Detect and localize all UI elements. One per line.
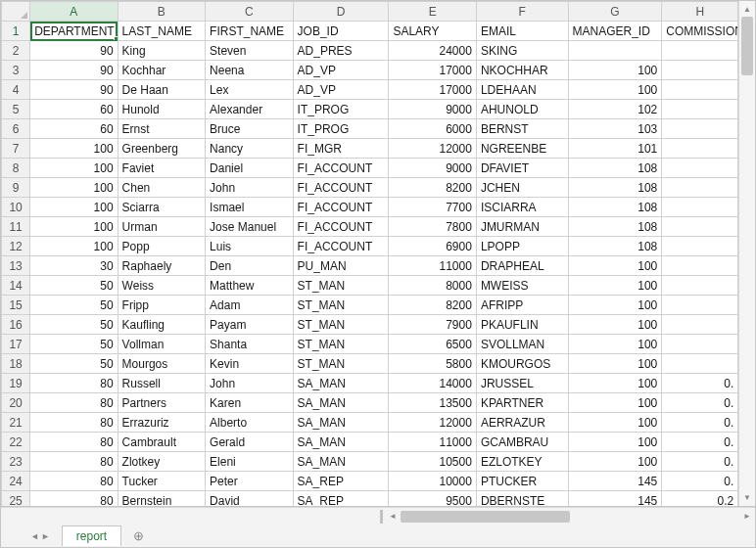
cell[interactable]: AD_PRES (293, 41, 389, 61)
cell[interactable]: Bernstein (118, 491, 205, 507)
cells-grid[interactable]: A B C D E F G H 1DEPARTMENT_IDLAST_NAMEF… (1, 1, 755, 507)
cell[interactable] (662, 296, 738, 315)
cell[interactable]: 0.2 (662, 491, 738, 507)
cell[interactable]: Payam (206, 315, 293, 335)
cell[interactable]: 90 (30, 61, 118, 80)
scroll-down-icon[interactable]: ▼ (739, 490, 755, 506)
row-header[interactable]: 5 (2, 100, 30, 119)
cell[interactable]: FI_ACCOUNT (293, 217, 389, 237)
cell[interactable]: SA_REP (293, 491, 389, 507)
cell[interactable] (662, 354, 738, 374)
cell[interactable]: 50 (30, 296, 118, 315)
cell[interactable]: 6000 (389, 119, 476, 139)
cell[interactable]: SKING (476, 41, 568, 61)
cell[interactable]: Nancy (206, 139, 293, 159)
cell[interactable]: 0. (662, 374, 738, 393)
cell[interactable]: 100 (568, 256, 662, 276)
cell[interactable] (662, 159, 738, 178)
cell[interactable]: 100 (568, 61, 662, 80)
row-header[interactable]: 9 (2, 178, 30, 198)
row-header[interactable]: 15 (2, 296, 30, 315)
cell[interactable] (662, 139, 738, 159)
cell[interactable]: 80 (30, 472, 118, 491)
cell[interactable]: 12000 (389, 413, 476, 433)
tab-nav-prev-icon[interactable]: ◄ (30, 531, 39, 541)
column-header-H[interactable]: H (662, 2, 738, 22)
column-header-G[interactable]: G (568, 2, 662, 22)
cell[interactable]: AHUNOLD (476, 100, 568, 119)
scroll-right-icon[interactable]: ► (739, 509, 755, 525)
cell[interactable]: ST_MAN (293, 276, 389, 296)
column-header-C[interactable]: C (206, 2, 293, 22)
cell[interactable] (662, 80, 738, 100)
cell[interactable]: 108 (568, 198, 662, 217)
row-header[interactable]: 11 (2, 217, 30, 237)
cell[interactable]: JMURMAN (476, 217, 568, 237)
row-header[interactable]: 14 (2, 276, 30, 296)
cell[interactable]: 7800 (389, 217, 476, 237)
cell[interactable]: 100 (568, 296, 662, 315)
row-header[interactable]: 21 (2, 413, 30, 433)
cell[interactable] (568, 41, 662, 61)
cell[interactable]: 100 (568, 80, 662, 100)
row-header[interactable]: 24 (2, 472, 30, 491)
cell[interactable]: 24000 (389, 41, 476, 61)
cell[interactable]: 0. (662, 433, 738, 452)
cell[interactable]: FIRST_NAME (206, 22, 293, 41)
cell[interactable]: 100 (30, 178, 118, 198)
cell[interactable] (662, 217, 738, 237)
cell[interactable]: Peter (206, 472, 293, 491)
cell[interactable]: Tucker (118, 472, 205, 491)
cell[interactable] (662, 61, 738, 80)
cell[interactable]: KMOURGOS (476, 354, 568, 374)
cell[interactable]: 145 (568, 491, 662, 507)
cell[interactable]: 101 (568, 139, 662, 159)
cell[interactable]: Adam (206, 296, 293, 315)
cell[interactable] (662, 41, 738, 61)
cell[interactable]: John (206, 178, 293, 198)
column-header-A[interactable]: A (30, 2, 118, 22)
cell[interactable]: Matthew (206, 276, 293, 296)
cell[interactable]: 100 (30, 159, 118, 178)
cell[interactable]: Ismael (206, 198, 293, 217)
row-header[interactable]: 19 (2, 374, 30, 393)
split-handle[interactable] (380, 510, 383, 524)
cell[interactable]: Kevin (206, 354, 293, 374)
cell[interactable]: LDEHAAN (476, 80, 568, 100)
tab-nav-next-icon[interactable]: ► (41, 531, 50, 541)
scroll-up-icon[interactable]: ▲ (739, 1, 755, 17)
cell[interactable] (662, 276, 738, 296)
cell[interactable]: Jose Manuel (206, 217, 293, 237)
row-header[interactable]: 16 (2, 315, 30, 335)
cell[interactable]: 8200 (389, 178, 476, 198)
cell[interactable]: ST_MAN (293, 354, 389, 374)
cell[interactable]: 0. (662, 472, 738, 491)
cell[interactable]: Ernst (118, 119, 205, 139)
scroll-left-icon[interactable]: ◄ (385, 509, 401, 525)
cell[interactable]: JCHEN (476, 178, 568, 198)
cell[interactable]: 9000 (389, 159, 476, 178)
cell[interactable]: 7900 (389, 315, 476, 335)
cell[interactable]: 14000 (389, 374, 476, 393)
cell[interactable]: Greenberg (118, 139, 205, 159)
cell[interactable]: Mourgos (118, 354, 205, 374)
cell[interactable]: DRAPHEAL (476, 256, 568, 276)
cell[interactable]: MANAGER_ID (568, 22, 662, 41)
cell[interactable]: 90 (30, 41, 118, 61)
cell[interactable]: 6500 (389, 335, 476, 354)
cell[interactable]: LAST_NAME (118, 22, 205, 41)
cell[interactable] (662, 100, 738, 119)
cell[interactable]: 0. (662, 393, 738, 413)
cell[interactable]: 10500 (389, 452, 476, 472)
cell[interactable]: EZLOTKEY (476, 452, 568, 472)
cell[interactable]: Hunold (118, 100, 205, 119)
cell[interactable]: 100 (568, 413, 662, 433)
row-header[interactable]: 3 (2, 61, 30, 80)
cell[interactable]: 100 (568, 433, 662, 452)
cell[interactable]: Fripp (118, 296, 205, 315)
cell[interactable]: SA_MAN (293, 433, 389, 452)
cell[interactable]: JRUSSEL (476, 374, 568, 393)
cell[interactable]: Russell (118, 374, 205, 393)
cell[interactable]: Gerald (206, 433, 293, 452)
cell[interactable]: 8000 (389, 276, 476, 296)
